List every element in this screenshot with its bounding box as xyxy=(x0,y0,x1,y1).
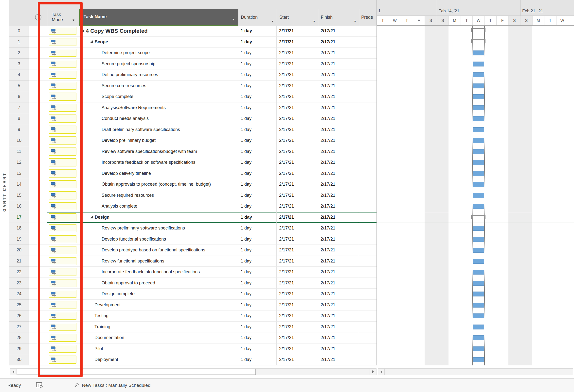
start-cell[interactable]: 2/17/21 xyxy=(277,26,318,37)
day-header-3[interactable]: F xyxy=(413,16,425,25)
predecessors-cell[interactable] xyxy=(359,48,377,59)
indicator-cell[interactable] xyxy=(29,146,47,157)
duration-cell[interactable]: 1 day xyxy=(238,48,277,59)
finish-column-header[interactable]: Finish ▼ xyxy=(318,9,359,26)
task-mode-cell[interactable] xyxy=(47,37,79,48)
indicator-cell[interactable] xyxy=(29,289,47,300)
finish-cell[interactable]: 2/17/21 xyxy=(318,354,359,365)
table-horizontal-scrollbar[interactable] xyxy=(10,368,376,375)
start-cell[interactable]: 2/17/21 xyxy=(277,37,318,48)
day-header-10[interactable]: F xyxy=(496,16,508,25)
chart-horizontal-scrollbar[interactable] xyxy=(378,368,573,375)
start-cell[interactable]: 2/17/21 xyxy=(277,311,318,322)
task-name-cell[interactable]: Review functional specifications xyxy=(79,256,238,267)
expand-triangle-icon[interactable] xyxy=(81,29,84,32)
day-header-1[interactable]: W xyxy=(389,16,401,25)
indicator-cell[interactable] xyxy=(29,124,47,135)
finish-cell[interactable]: 2/17/21 xyxy=(318,343,359,355)
task-name-cell[interactable]: Develop preliminary budget xyxy=(79,135,238,146)
task-name-cell[interactable]: Analysis/Software Requirements xyxy=(79,102,238,113)
start-cell[interactable]: 2/17/21 xyxy=(277,91,318,102)
row-number[interactable]: 30 xyxy=(9,354,29,365)
task-bar[interactable] xyxy=(473,62,484,66)
day-header-7[interactable]: T xyxy=(461,16,473,25)
duration-cell[interactable]: 1 day xyxy=(238,157,277,168)
indicator-cell[interactable] xyxy=(29,48,47,59)
task-name-cell[interactable]: Secure required resources xyxy=(79,190,238,201)
row-number[interactable]: 1 xyxy=(9,37,29,48)
task-mode-cell[interactable] xyxy=(47,190,79,201)
timescale-weeks[interactable]: 1 Feb 14, '21Feb 21, '21 xyxy=(377,0,574,16)
task-mode-cell[interactable] xyxy=(47,343,79,355)
task-bar[interactable] xyxy=(473,248,484,253)
indicator-cell[interactable] xyxy=(29,212,47,223)
start-column-header[interactable]: Start ▼ xyxy=(277,9,318,26)
task-mode-column-header[interactable]: Task Mode ▼ xyxy=(47,9,79,26)
indicator-cell[interactable] xyxy=(29,322,47,333)
finish-cell[interactable]: 2/17/21 xyxy=(318,102,359,113)
task-name-cell[interactable]: Incorporate feedback on software specifi… xyxy=(79,157,238,168)
day-header-0[interactable]: T xyxy=(377,16,389,25)
day-header-12[interactable]: S xyxy=(520,16,532,25)
start-cell[interactable]: 2/17/21 xyxy=(277,168,318,179)
duration-cell[interactable]: 1 day xyxy=(238,146,277,157)
filter-arrow-icon[interactable]: ▼ xyxy=(354,20,357,23)
predecessors-cell[interactable] xyxy=(359,146,377,157)
duration-cell[interactable]: 1 day xyxy=(238,190,277,201)
duration-cell[interactable]: 1 day xyxy=(238,354,277,365)
predecessors-cell[interactable] xyxy=(359,37,377,48)
task-name-cell[interactable]: Deployment xyxy=(79,354,238,365)
task-mode-cell[interactable] xyxy=(47,48,79,59)
summary-bracket-bar[interactable] xyxy=(471,28,486,32)
finish-cell[interactable]: 2/17/21 xyxy=(318,59,359,70)
new-tasks-status-button[interactable]: New Tasks : Manually Scheduled xyxy=(73,379,150,392)
task-mode-cell[interactable] xyxy=(47,332,79,343)
start-cell[interactable]: 2/17/21 xyxy=(277,278,318,289)
task-bar[interactable] xyxy=(473,171,484,176)
indicator-cell[interactable] xyxy=(29,311,47,322)
scrollbar-thumb[interactable] xyxy=(17,369,256,375)
indicator-cell[interactable] xyxy=(29,234,47,245)
day-header-8[interactable]: W xyxy=(472,16,485,25)
duration-cell[interactable]: 1 day xyxy=(238,69,277,80)
predecessors-cell[interactable] xyxy=(359,245,377,256)
duration-cell[interactable]: 1 day xyxy=(238,179,277,190)
task-bar[interactable] xyxy=(473,105,484,110)
day-header-4[interactable]: S xyxy=(425,16,437,25)
task-bar[interactable] xyxy=(473,51,484,56)
indicator-cell[interactable] xyxy=(29,201,47,212)
duration-cell[interactable]: 1 day xyxy=(238,102,277,113)
indicator-cell[interactable] xyxy=(29,26,47,37)
predecessors-cell[interactable] xyxy=(359,322,377,333)
predecessors-cell[interactable] xyxy=(359,135,377,146)
task-mode-cell[interactable] xyxy=(47,354,79,365)
predecessors-cell[interactable] xyxy=(359,212,377,223)
task-mode-cell[interactable] xyxy=(47,91,79,102)
predecessors-cell[interactable] xyxy=(359,354,377,365)
duration-cell[interactable]: 1 day xyxy=(238,113,277,124)
task-bar[interactable] xyxy=(473,270,484,275)
indicator-cell[interactable] xyxy=(29,157,47,168)
task-bar[interactable] xyxy=(473,160,484,165)
finish-cell[interactable]: 2/17/21 xyxy=(318,168,359,179)
row-number[interactable]: 10 xyxy=(9,135,29,146)
predecessors-cell[interactable] xyxy=(359,179,377,190)
task-mode-cell[interactable] xyxy=(47,157,79,168)
task-bar[interactable] xyxy=(473,127,484,132)
start-cell[interactable]: 2/17/21 xyxy=(277,69,318,80)
finish-cell[interactable]: 2/17/21 xyxy=(318,124,359,135)
task-mode-cell[interactable] xyxy=(47,168,79,179)
finish-cell[interactable]: 2/17/21 xyxy=(318,245,359,256)
duration-cell[interactable]: 1 day xyxy=(238,168,277,179)
predecessors-cell[interactable] xyxy=(359,311,377,322)
finish-cell[interactable]: 2/17/21 xyxy=(318,80,359,92)
indicator-cell[interactable] xyxy=(29,59,47,70)
task-name-cell[interactable]: Documentation xyxy=(79,332,238,343)
start-cell[interactable]: 2/17/21 xyxy=(277,201,318,212)
task-bar[interactable] xyxy=(473,94,484,99)
indicator-cell[interactable] xyxy=(29,354,47,365)
row-number[interactable]: 25 xyxy=(9,300,29,311)
task-mode-cell[interactable] xyxy=(47,289,79,300)
task-name-cell[interactable]: Obtain approvals to proceed (concept, ti… xyxy=(79,179,238,190)
task-name-cell[interactable]: Develop prototype based on functional sp… xyxy=(79,245,238,256)
